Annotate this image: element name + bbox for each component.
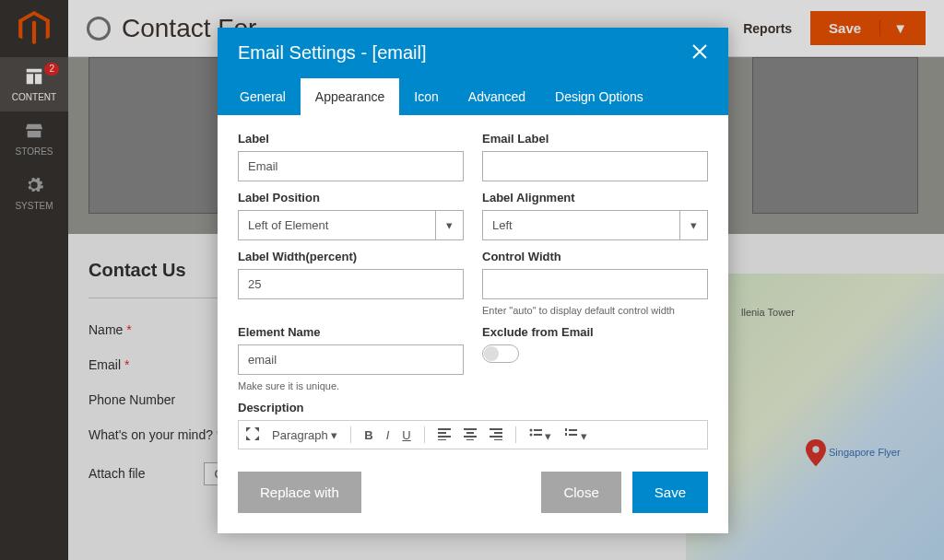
notification-badge: 2 (44, 63, 59, 76)
field-element-name: Element Name Make sure it is unique. (238, 325, 464, 391)
label-width-input[interactable] (238, 269, 464, 299)
field-email-label: Email Label (482, 132, 708, 181)
chevron-down-icon: ▾ (679, 211, 707, 239)
sidebar-item-label: CONTENT (2, 92, 66, 102)
chevron-down-icon: ▾ (435, 211, 463, 239)
fullscreen-icon[interactable] (246, 427, 259, 443)
modal-footer: Replace with Close Save (218, 457, 728, 533)
sidebar-item-system[interactable]: SYSTEM (0, 166, 68, 220)
field-label-position: Label Position Left of Element ▾ (238, 191, 464, 240)
label-input[interactable] (238, 151, 464, 181)
sidebar-item-label: STORES (2, 146, 66, 157)
control-width-input[interactable] (482, 269, 708, 299)
label-position-select[interactable]: Left of Element ▾ (238, 210, 464, 240)
magento-logo[interactable] (0, 0, 68, 57)
sidebar-item-stores[interactable]: STORES (0, 111, 68, 166)
align-center-icon[interactable] (464, 427, 477, 443)
page-icon (87, 17, 111, 41)
decorative-phone-right (752, 57, 918, 214)
align-left-icon[interactable] (438, 427, 451, 443)
paragraph-select[interactable]: Paragraph ▾ (272, 428, 337, 442)
tab-appearance[interactable]: Appearance (301, 78, 400, 115)
map-pin-icon (806, 439, 826, 467)
modal-title: Email Settings - [email] (238, 42, 427, 64)
close-icon[interactable] (691, 43, 708, 64)
field-label-width: Label Width(percent) (238, 250, 464, 316)
map-label-tower: llenia Tower (741, 307, 795, 318)
admin-sidebar: CONTENT 2 STORES SYSTEM (0, 0, 68, 560)
field-label: Label (238, 132, 464, 181)
number-list-icon[interactable]: ▾ (564, 427, 587, 443)
align-right-icon[interactable] (490, 427, 502, 443)
replace-with-button[interactable]: Replace with (238, 472, 361, 513)
underline-icon[interactable]: U (402, 428, 410, 442)
email-label-input[interactable] (482, 151, 708, 181)
tab-design-options[interactable]: Design Options (540, 78, 658, 115)
save-button[interactable]: Save ▼ (810, 11, 926, 45)
exclude-toggle[interactable] (482, 344, 519, 363)
italic-icon[interactable]: I (386, 428, 390, 442)
sidebar-item-content[interactable]: CONTENT 2 (0, 57, 68, 111)
field-description: Description Paragraph ▾ B I U ▾ ▾ (238, 401, 708, 449)
reports-link[interactable]: Reports (743, 21, 792, 36)
modal-tabs: General Appearance Icon Advanced Design … (218, 78, 728, 115)
element-name-input[interactable] (238, 344, 464, 375)
editor-toolbar: Paragraph ▾ B I U ▾ ▾ (238, 420, 708, 449)
tab-icon[interactable]: Icon (399, 78, 453, 115)
email-settings-modal: Email Settings - [email] General Appeara… (218, 28, 728, 533)
field-control-width: Control Width Enter "auto" to display de… (482, 250, 708, 316)
bullet-list-icon[interactable]: ▾ (529, 427, 552, 443)
tab-general[interactable]: General (225, 78, 301, 115)
svg-point-1 (529, 433, 532, 436)
chevron-down-icon[interactable]: ▼ (879, 20, 907, 36)
label-alignment-select[interactable]: Left ▾ (482, 210, 708, 240)
field-label-alignment: Label Alignment Left ▾ (482, 191, 708, 240)
modal-header: Email Settings - [email] (218, 28, 728, 78)
close-button[interactable]: Close (541, 472, 620, 513)
modal-save-button[interactable]: Save (632, 472, 708, 513)
tab-advanced[interactable]: Advanced (454, 78, 540, 115)
svg-point-0 (529, 428, 532, 431)
field-exclude: Exclude from Email (482, 325, 708, 391)
bold-icon[interactable]: B (364, 428, 372, 442)
sidebar-item-label: SYSTEM (2, 201, 66, 211)
map-label-flyer: Singapore Flyer (829, 447, 901, 458)
